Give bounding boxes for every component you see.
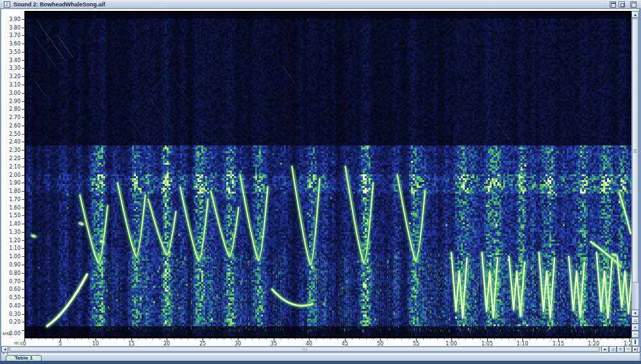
- time-minor-tick: [472, 338, 473, 340]
- collapse-button[interactable]: [610, 1, 616, 8]
- time-minor-tick: [366, 338, 367, 340]
- h-scroll-right-button[interactable]: ▸: [601, 346, 609, 352]
- time-minor-tick: [359, 338, 360, 340]
- time-minor-tick: [252, 338, 253, 340]
- time-minor-tick: [444, 338, 445, 340]
- v-scroll-down-button[interactable]: ▾: [631, 310, 639, 317]
- freq-tick-label: 3.00: [9, 90, 21, 96]
- time-minor-tick: [352, 338, 353, 340]
- time-minor-tick: [587, 338, 587, 340]
- spectrogram-canvas[interactable]: [24, 11, 631, 338]
- h-scroll-thumb[interactable]: [10, 347, 599, 352]
- time-minor-tick: [81, 338, 82, 340]
- vertical-scrollbar[interactable]: ▴ ▾ ▫ + −: [631, 11, 639, 338]
- time-minor-tick: [224, 338, 224, 340]
- time-minor-tick: [565, 338, 566, 340]
- freq-tick-label: 1.10: [9, 245, 21, 251]
- freq-tick-label: 2.50: [9, 131, 21, 137]
- v-pane-box-button[interactable]: ▫: [631, 317, 639, 324]
- time-minor-tick: [544, 338, 544, 340]
- zoom-box-icon: [620, 3, 624, 7]
- collapse-icon: [611, 3, 616, 8]
- time-minor-tick: [195, 338, 196, 340]
- skip-end-icon: ▸|: [635, 347, 638, 352]
- time-minor-tick: [281, 338, 281, 340]
- freq-tick-label: 1.00: [9, 254, 21, 260]
- time-minor-tick: [53, 338, 53, 340]
- time-minor-tick: [437, 338, 438, 340]
- v-thumb-grip-icon: [633, 151, 637, 151]
- freq-tick-label: 0.00: [9, 331, 21, 336]
- h-thumb-grip-icon: [304, 348, 305, 351]
- zoom-button[interactable]: [619, 1, 625, 8]
- v-zoom-in-button[interactable]: +: [631, 324, 639, 331]
- frequency-axis: kHz 3.903.803.703.603.503.403.303.203.10…: [1, 9, 24, 338]
- time-minor-tick: [515, 338, 516, 340]
- h-pane-box-button[interactable]: ▫: [609, 346, 617, 352]
- v-zoom-out-button[interactable]: −: [631, 331, 639, 338]
- down-arrow-icon: ▾: [634, 311, 637, 316]
- freq-tick-label: 1.90: [9, 180, 21, 186]
- time-minor-tick: [494, 338, 495, 340]
- freq-tick-label: 0.50: [9, 295, 21, 301]
- sheet-tab-bar: Table 1: [1, 354, 640, 361]
- time-minor-tick: [217, 338, 217, 340]
- freq-tick-label: 3.80: [9, 25, 21, 31]
- freq-tick-label: 2.10: [9, 164, 21, 170]
- freq-tick-label: 3.70: [9, 33, 21, 38]
- freq-tick-label: 1.30: [9, 229, 21, 235]
- plus-icon: +: [633, 325, 637, 330]
- time-minor-tick: [153, 338, 153, 340]
- selection-ibeam-marker[interactable]: I: [631, 338, 639, 346]
- sound-document-icon: ♪: [4, 1, 10, 8]
- background-window-edge: [0, 361, 641, 364]
- freq-tick-label: 0.90: [9, 262, 21, 268]
- freq-tick-label: 0.20: [9, 319, 21, 325]
- time-minor-tick: [146, 338, 146, 340]
- h-scroll-end-button[interactable]: ▸|: [632, 346, 640, 352]
- time-minor-tick: [430, 338, 431, 340]
- left-arrow-icon: ◂: [4, 347, 6, 352]
- time-minor-tick: [601, 338, 601, 340]
- time-minor-tick: [394, 338, 395, 340]
- time-minor-tick: [138, 338, 139, 340]
- time-minor-tick: [508, 338, 509, 340]
- freq-tick-label: 0.70: [9, 279, 21, 285]
- freq-tick-label: 3.30: [9, 65, 21, 71]
- time-minor-tick: [46, 338, 46, 340]
- time-minor-tick: [124, 338, 124, 340]
- freq-tick-label: 1.20: [9, 238, 21, 244]
- grow-button[interactable]: [630, 1, 637, 8]
- time-minor-tick: [110, 338, 110, 340]
- time-minor-tick: [608, 338, 608, 340]
- time-minor-tick: [288, 338, 288, 340]
- time-minor-tick: [480, 338, 481, 340]
- h-zoom-in-button[interactable]: +: [617, 346, 624, 352]
- right-arrow-icon: ▸: [604, 347, 606, 352]
- time-minor-tick: [529, 338, 530, 340]
- horizontal-scrollbar[interactable]: ◂ ▸ ▫ + − ▸|: [1, 346, 640, 352]
- time-minor-tick: [74, 338, 75, 340]
- plus-icon: +: [619, 347, 622, 352]
- time-minor-tick: [88, 338, 89, 340]
- time-minor-tick: [572, 338, 573, 340]
- freq-tick-label: 0.80: [9, 270, 21, 276]
- v-scroll-up-button[interactable]: ▴: [631, 11, 639, 18]
- freq-tick-label: 2.70: [9, 115, 21, 120]
- time-minor-tick: [67, 338, 68, 340]
- v-scroll-thumb[interactable]: [632, 19, 638, 283]
- time-minor-tick: [551, 338, 552, 340]
- freq-tick-label: 0.40: [9, 303, 21, 309]
- grow-box-icon: [631, 3, 637, 8]
- h-zoom-out-button[interactable]: −: [624, 346, 632, 352]
- time-minor-tick: [245, 338, 246, 340]
- freq-tick-label: 1.50: [9, 213, 21, 219]
- time-axis: m:s 05101520253035404550551:001:051:101:…: [1, 338, 639, 346]
- time-minor-tick: [373, 338, 374, 340]
- time-minor-tick: [38, 338, 39, 340]
- title-bar[interactable]: ♪ Sound 2: BowheadWhaleSong.aif: [0, 0, 641, 9]
- freq-tick-label: 1.80: [9, 188, 21, 194]
- time-minor-tick: [295, 338, 296, 340]
- freq-tick-label: 0.60: [9, 286, 21, 292]
- time-minor-tick: [465, 338, 466, 340]
